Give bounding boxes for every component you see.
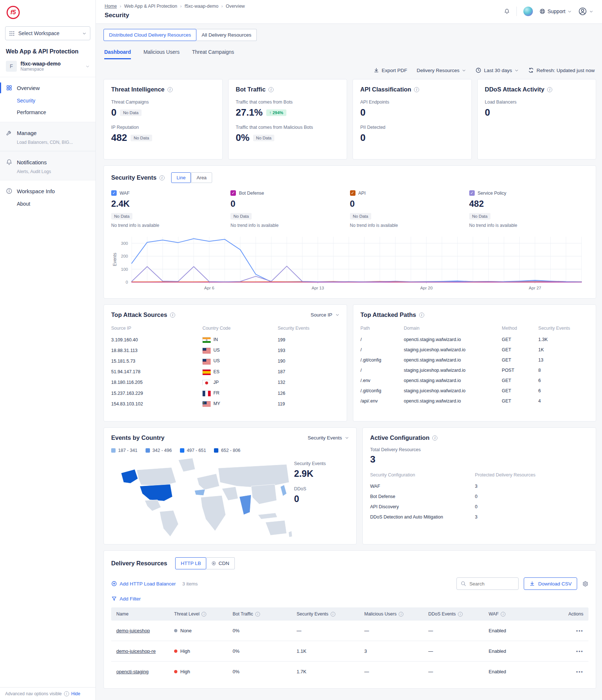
info-icon[interactable]: i: [168, 87, 173, 92]
info-icon[interactable]: i: [419, 312, 424, 318]
series-checkbox[interactable]: ✓: [350, 190, 355, 196]
metric-value: 0: [360, 132, 365, 143]
row-actions-menu[interactable]: •••: [576, 628, 583, 633]
column-header: Source IP: [111, 323, 202, 334]
series-checkbox[interactable]: ✓: [469, 190, 475, 196]
threat-level-dot: [174, 670, 177, 673]
bot-traffic-value: 0%: [233, 628, 297, 633]
map-stat-label: DDoS: [294, 486, 349, 491]
http-lb-toggle-button[interactable]: HTTP LB: [175, 557, 206, 569]
country-code: US: [202, 356, 278, 366]
legend-item-service-policy: ✓Service Policy482No DataNo trend info i…: [469, 190, 588, 228]
sidebar-subitem-performance[interactable]: Performance: [0, 106, 95, 118]
table-row: /opencti.staging.wafwizard.ioGET1.3K: [361, 334, 589, 345]
namespace-selector[interactable]: F f5xc-waap-demo Namespace: [0, 57, 95, 77]
tab-malicious-users[interactable]: Malicious Users: [143, 49, 180, 59]
export-pdf-label: Export PDF: [382, 68, 407, 73]
no-data-badge: No Data: [120, 109, 141, 116]
resource-name-link[interactable]: opencti-staging: [116, 669, 148, 674]
flag-us-icon: [202, 348, 210, 353]
add-filter-button[interactable]: Add Filter: [111, 596, 588, 602]
info-icon[interactable]: i: [547, 87, 552, 92]
column-header-ddos-events: DDoS Eventsi: [428, 611, 489, 617]
account-menu[interactable]: [578, 7, 593, 16]
chart-mode-line-button[interactable]: Line: [171, 172, 191, 183]
refresh-button[interactable]: Refresh: Updated just now: [528, 67, 595, 73]
breadcrumb-separator: ›: [221, 4, 223, 9]
hide-nav-link[interactable]: Hide: [71, 691, 80, 696]
search-box: [456, 577, 519, 590]
config-name: WAF: [370, 481, 475, 491]
download-csv-button[interactable]: Download CSV: [524, 577, 577, 590]
namespace-avatar: F: [6, 61, 17, 72]
column-header: Security Events: [538, 323, 588, 334]
tenant-avatar[interactable]: [523, 7, 533, 16]
sidebar-subitem-about[interactable]: About: [0, 198, 95, 210]
legend-label: WAF: [120, 191, 129, 196]
breadcrumb-item[interactable]: f5xc-waap-demo: [185, 4, 218, 9]
svg-text:100: 100: [121, 267, 128, 272]
time-range-dropdown[interactable]: Last 30 days: [475, 67, 519, 73]
search-input[interactable]: [469, 581, 513, 587]
export-pdf-button[interactable]: Export PDF: [373, 67, 407, 73]
attacked-paths-table: PathDomainMethodSecurity Events/opencti.…: [361, 323, 589, 406]
breadcrumb-item[interactable]: Home: [105, 4, 117, 9]
resource-name-link[interactable]: demo-juiceshop-re: [116, 648, 156, 654]
info-icon[interactable]: i: [458, 612, 463, 617]
no-data-badge: No Data: [350, 213, 371, 220]
table-row: 18.180.116.205JP132: [111, 377, 339, 388]
scope-all-delivery-button[interactable]: All Delivery Resources: [196, 29, 257, 41]
sidebar-item-manage[interactable]: Manage: [0, 126, 95, 140]
scope-distributed-cloud-button[interactable]: Distributed Cloud Delivery Resources: [104, 29, 196, 41]
delivery-resources-dropdown[interactable]: Delivery Resources: [417, 68, 466, 73]
sidebar-item-workspace-info[interactable]: Workspace Info: [0, 184, 95, 198]
info-icon[interactable]: i: [501, 612, 505, 617]
breadcrumb-item[interactable]: Web App & API Protection: [124, 4, 177, 9]
sidebar-subitem-security[interactable]: Security: [0, 95, 95, 106]
gear-icon[interactable]: [582, 581, 588, 587]
resource-name-link[interactable]: demo-juiceshop: [116, 628, 150, 633]
info-icon[interactable]: i: [170, 312, 175, 318]
notifications-bell-icon[interactable]: [504, 8, 510, 14]
support-menu[interactable]: Support: [539, 8, 572, 14]
row-actions-menu[interactable]: •••: [576, 669, 583, 674]
tab-threat-campaigns[interactable]: Threat Campaigns: [192, 49, 234, 59]
add-http-lb-button[interactable]: Add HTTP Load Balancer: [111, 581, 176, 587]
domain: opencti.staging.wafwizard.io: [404, 355, 502, 365]
threat-level: High: [174, 669, 233, 674]
info-icon[interactable]: i: [255, 612, 260, 617]
group-by-dropdown[interactable]: Source IP: [311, 312, 339, 318]
table-header-row: Source IPCountry CodeSecurity Events: [111, 323, 339, 334]
info-icon[interactable]: i: [399, 612, 403, 617]
legend-range: 652 - 806: [221, 448, 240, 453]
info-icon[interactable]: i: [159, 175, 165, 180]
stat-card-threat-intelligence: Threat IntelligenceiThreat Campaigns0No …: [104, 79, 223, 160]
sidebar-item-overview[interactable]: Overview: [0, 81, 95, 95]
protected-count: 3: [475, 481, 588, 491]
series-checkbox[interactable]: ✓: [111, 190, 117, 196]
legend-swatch: [111, 448, 116, 453]
breadcrumb-item: Overview: [226, 4, 245, 9]
chevron-down-icon: [86, 64, 90, 68]
row-actions-menu[interactable]: •••: [576, 648, 583, 654]
sidebar-item-notifications[interactable]: Notifications: [0, 155, 95, 169]
column-header: Country Code: [202, 323, 278, 334]
no-data-badge: No Data: [131, 135, 152, 141]
info-icon[interactable]: i: [414, 87, 419, 92]
series-checkbox[interactable]: ✓: [230, 190, 236, 196]
cdn-toggle-button[interactable]: CDN: [206, 557, 234, 569]
tab-dashboard[interactable]: Dashboard: [104, 49, 131, 59]
workspace-selector[interactable]: Select Workspace: [5, 26, 90, 40]
method: GET: [502, 345, 538, 355]
info-icon[interactable]: i: [432, 435, 437, 441]
path: /: [361, 334, 404, 345]
info-icon[interactable]: i: [268, 87, 274, 92]
info-icon[interactable]: i: [202, 612, 206, 617]
source-ip: 154.83.103.102: [111, 398, 202, 409]
map-metric-dropdown[interactable]: Security Events: [308, 435, 349, 441]
chart-mode-area-button[interactable]: Area: [191, 172, 212, 183]
info-icon[interactable]: i: [331, 612, 335, 617]
workspace-selector-label: Select Workspace: [18, 30, 60, 36]
country-code: ES: [202, 367, 278, 377]
page-title: Security: [105, 12, 245, 19]
